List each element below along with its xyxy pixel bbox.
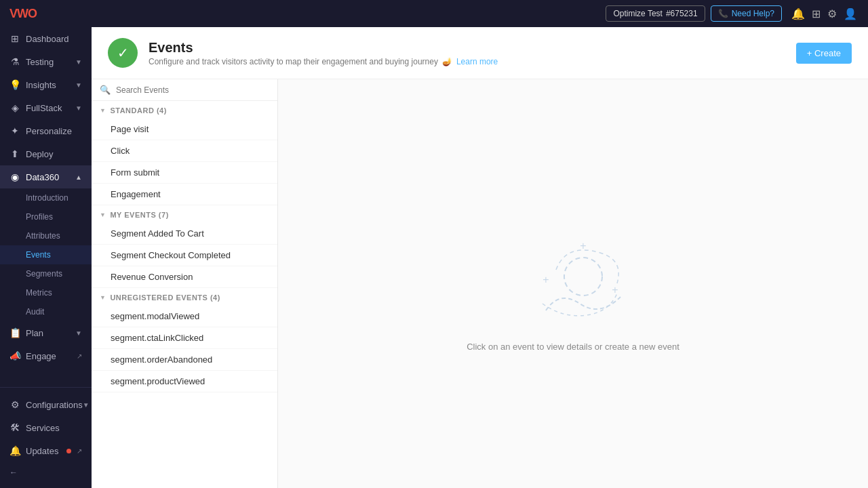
event-segment-checkout-completed[interactable]: Segment Checkout Completed [92, 245, 277, 266]
sidebar-item-deploy[interactable]: ⬆ Deploy [0, 142, 92, 165]
chevron-down-icon: ▼ [75, 329, 82, 337]
section-label: STANDARD (4) [110, 106, 166, 115]
event-form-submit[interactable]: Form submit [92, 162, 277, 184]
topbar: Optimize Test #675231 📞 Need Help? 🔔 ⊞ ⚙… [92, 0, 868, 27]
event-page-visit[interactable]: Page visit [92, 119, 277, 140]
empty-state: + + + Click on an event to view details … [467, 216, 679, 352]
plan-icon: 📋 [9, 327, 20, 338]
sub-item-label: Attributes [26, 231, 60, 241]
insights-icon: 💡 [9, 79, 20, 90]
notifications-icon[interactable]: 🔔 [791, 7, 805, 20]
settings-icon[interactable]: ⚙ [827, 7, 837, 20]
testing-icon: ⚗ [9, 56, 20, 67]
unregistered-section-header[interactable]: ▼ UNREGISTERED EVENTS (4) [92, 288, 277, 306]
sidebar-item-label: Engage [26, 351, 56, 361]
event-segment-added-to-cart[interactable]: Segment Added To Cart [92, 223, 277, 245]
sub-item-label: Segments [26, 269, 62, 279]
learn-more-link[interactable]: Learn more [456, 57, 498, 66]
optimize-id: #675231 [666, 9, 698, 18]
sub-item-label: Audit [26, 307, 44, 317]
event-click[interactable]: Click [92, 140, 277, 162]
section-label: UNREGISTERED EVENTS (4) [110, 293, 220, 302]
page-title: Events [149, 40, 498, 56]
sidebar-item-label: Personalize [26, 126, 72, 136]
page-title-group: Events Configure and track visitors acti… [149, 40, 498, 66]
dashboard-icon: ⊞ [9, 33, 20, 44]
configurations-icon: ⚙ [9, 399, 20, 410]
sidebar-sub-profiles[interactable]: Profiles [0, 207, 92, 226]
standard-section-header[interactable]: ▼ STANDARD (4) [92, 101, 277, 119]
my-events-section-header[interactable]: ▼ MY EVENTS (7) [92, 205, 277, 223]
sidebar-item-configurations[interactable]: ⚙ Configurations ▼ [0, 393, 92, 416]
sidebar-item-updates[interactable]: 🔔 Updates ↗ [0, 439, 92, 462]
empty-state-text: Click on an event to view details or cre… [467, 342, 679, 352]
event-revenue-conversion[interactable]: Revenue Conversion [92, 266, 277, 288]
chevron-down-icon: ▼ [83, 401, 90, 409]
data360-icon: ◉ [9, 171, 20, 182]
page-icon: ✓ [108, 38, 138, 68]
create-button[interactable]: + Create [796, 43, 852, 64]
chevron-down-icon: ▼ [75, 81, 82, 89]
sidebar-item-plan[interactable]: 📋 Plan ▼ [0, 321, 92, 344]
search-input[interactable] [116, 85, 269, 95]
sidebar-item-engage[interactable]: 📣 Engage ↗ [0, 344, 92, 367]
search-bar: 🔍 [92, 79, 277, 101]
event-engagement[interactable]: Engagement [92, 184, 277, 205]
event-cta-link-clicked[interactable]: segment.ctaLinkClicked [92, 327, 277, 349]
standard-section: ▼ STANDARD (4) Page visit Click Form sub… [92, 101, 277, 205]
content-area: ✓ Events Configure and track visitors ac… [92, 27, 868, 488]
event-order-abandoned[interactable]: segment.orderAbandoned [92, 349, 277, 371]
event-product-viewed[interactable]: segment.productViewed [92, 371, 277, 392]
sidebar-item-label: Configurations [26, 400, 83, 410]
sub-item-label: Introduction [26, 193, 68, 203]
sidebar-sub-audit[interactable]: Audit [0, 302, 92, 321]
sidebar-item-fullstack[interactable]: ◈ FullStack ▼ [0, 96, 92, 119]
event-modal-viewed[interactable]: segment.modalViewed [92, 306, 277, 327]
check-icon: ✓ [117, 45, 129, 61]
lamp-icon: 🪔 [442, 57, 452, 66]
phone-icon: 📞 [718, 9, 728, 18]
sidebar-item-personalize[interactable]: ✦ Personalize [0, 119, 92, 142]
sidebar-sub-metrics[interactable]: Metrics [0, 283, 92, 302]
sidebar-item-services[interactable]: 🛠 Services [0, 416, 92, 439]
services-icon: 🛠 [9, 422, 20, 433]
unregistered-events-section: ▼ UNREGISTERED EVENTS (4) segment.modalV… [92, 288, 277, 392]
updates-icon: 🔔 [9, 445, 20, 456]
sidebar-item-testing[interactable]: ⚗ Testing ▼ [0, 50, 92, 73]
svg-text:+: + [612, 284, 618, 296]
right-panel: + + + Click on an event to view details … [278, 79, 868, 488]
personalize-icon: ✦ [9, 125, 20, 136]
sidebar-item-label: Services [26, 423, 60, 433]
sidebar-item-label: Plan [26, 328, 43, 338]
sidebar-sub-attributes[interactable]: Attributes [0, 226, 92, 245]
need-help-button[interactable]: 📞 Need Help? [711, 5, 782, 22]
page-subtitle: Configure and track visitors activity to… [149, 57, 498, 66]
sub-item-label: Profiles [26, 212, 53, 222]
sidebar-sub-events[interactable]: Events [0, 245, 92, 264]
body-content: 🔍 ▼ STANDARD (4) Page visit Click Form s… [92, 79, 868, 488]
sidebar-item-data360[interactable]: ◉ Data360 ▲ [0, 165, 92, 188]
sidebar-item-label: Updates [26, 446, 58, 456]
svg-point-3 [564, 258, 602, 296]
section-label: MY EVENTS (7) [110, 211, 168, 219]
logo-area: VWO [0, 0, 92, 27]
my-events-section: ▼ MY EVENTS (7) Segment Added To Cart Se… [92, 205, 277, 288]
sidebar-item-dashboard[interactable]: ⊞ Dashboard [0, 27, 92, 50]
sub-item-label: Metrics [26, 288, 52, 298]
apps-icon[interactable]: ⊞ [812, 7, 821, 20]
sidebar-item-label: Testing [26, 57, 54, 67]
sub-item-label: Events [26, 250, 51, 260]
sidebar-item-insights[interactable]: 💡 Insights ▼ [0, 73, 92, 96]
back-arrow-icon: ← [9, 468, 18, 477]
sidebar-sub-segments[interactable]: Segments [0, 264, 92, 283]
chevron-up-icon: ▲ [75, 174, 82, 181]
user-avatar[interactable]: 👤 [844, 7, 857, 20]
left-panel: 🔍 ▼ STANDARD (4) Page visit Click Form s… [92, 79, 278, 488]
optimize-test-button[interactable]: Optimize Test #675231 [606, 5, 705, 22]
collapse-icon: ▼ [100, 107, 106, 114]
sidebar-back-button[interactable]: ← [0, 462, 92, 483]
topbar-icons: 🔔 ⊞ ⚙ 👤 [791, 7, 857, 20]
sidebar-nav: ⊞ Dashboard ⚗ Testing ▼ 💡 Insights ▼ ◈ F… [0, 27, 92, 387]
sidebar-item-label: Deploy [26, 149, 53, 159]
sidebar-sub-introduction[interactable]: Introduction [0, 188, 92, 207]
